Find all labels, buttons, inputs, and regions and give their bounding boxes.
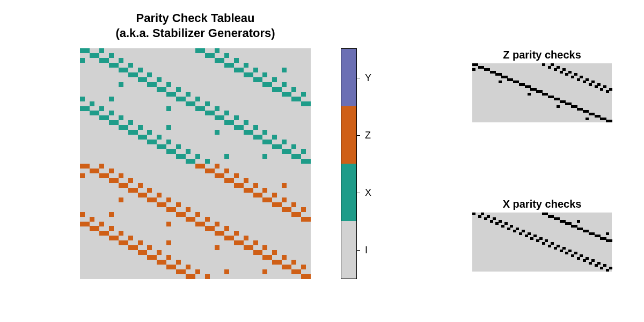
colorbar-label-z: Z bbox=[365, 129, 371, 141]
x-checks-heatmap bbox=[472, 213, 612, 272]
main-heatmap bbox=[80, 48, 311, 279]
colorbar-label-y: Y bbox=[365, 72, 371, 83]
colorbar-label-x: X bbox=[365, 187, 371, 198]
colorbar-segment-y bbox=[341, 49, 356, 106]
title-line-1: Parity Check Tableau bbox=[136, 11, 255, 25]
z-checks-title: Z parity checks bbox=[472, 48, 612, 62]
colorbar: Y Z X I bbox=[341, 48, 357, 279]
chart-title: Parity Check Tableau (a.k.a. Stabilizer … bbox=[80, 11, 311, 40]
colorbar-segment-i bbox=[341, 221, 356, 279]
title-line-2: (a.k.a. Stabilizer Generators) bbox=[115, 26, 275, 40]
z-checks-heatmap bbox=[472, 63, 612, 122]
x-checks-title: X parity checks bbox=[472, 197, 612, 211]
colorbar-segment-x bbox=[341, 164, 356, 221]
colorbar-label-i: I bbox=[365, 244, 368, 255]
colorbar-segment-z bbox=[341, 106, 356, 164]
